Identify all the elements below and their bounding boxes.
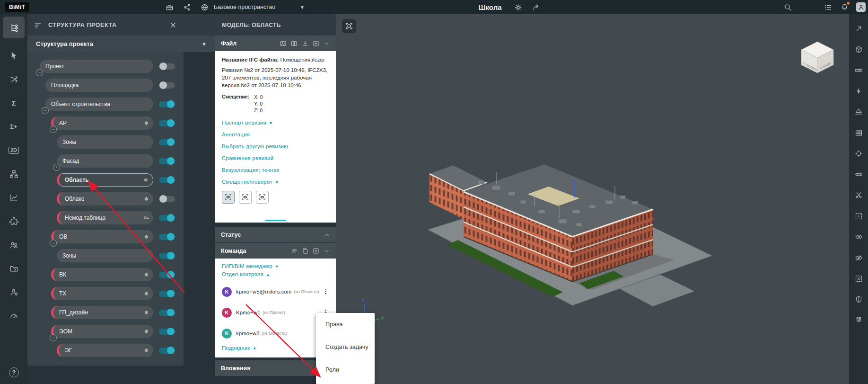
contractor-link[interactable]: Подрядчик▾	[222, 345, 329, 351]
tree-item[interactable]: ВК❄	[51, 268, 153, 281]
file-section-bar[interactable]: Файл	[215, 36, 336, 51]
tree-item[interactable]: ›Фасад	[57, 154, 153, 168]
file-link[interactable]: Аннотация	[222, 132, 329, 137]
person-location-icon[interactable]	[0, 280, 27, 304]
context-menu-item[interactable]: Права	[316, 313, 375, 336]
collapse-node-icon[interactable]: ›	[50, 240, 57, 247]
collapse-node-icon[interactable]: ›	[42, 107, 49, 114]
visibility-toggle[interactable]	[159, 272, 175, 278]
clip-icon[interactable]	[849, 185, 868, 205]
collapse-node-icon[interactable]: ›	[36, 69, 43, 76]
links-icon[interactable]	[0, 67, 27, 91]
visibility-toggle[interactable]	[159, 63, 175, 70]
eye-off-icon[interactable]	[849, 247, 868, 268]
tree-item[interactable]: Область❄	[57, 173, 153, 187]
cube-view-icon[interactable]	[849, 39, 868, 60]
tree-item[interactable]: Зоны	[57, 135, 153, 149]
globe-icon[interactable]	[200, 2, 209, 12]
context-menu-item[interactable]: Создать задачу	[316, 336, 375, 358]
scroll-indicator[interactable]	[265, 220, 286, 221]
gear-icon[interactable]	[513, 2, 523, 12]
frame-x-icon[interactable]	[849, 268, 868, 289]
file-link[interactable]: Смещение/поворот▾	[222, 179, 329, 185]
bell-icon[interactable]	[840, 2, 849, 12]
shield-icon[interactable]	[849, 289, 868, 310]
context-menu-item[interactable]: Роли	[316, 358, 375, 381]
visibility-toggle[interactable]	[159, 82, 175, 89]
panel-menu-icon[interactable]	[34, 21, 42, 29]
org-chart-icon[interactable]	[0, 162, 27, 186]
collapse-node-icon[interactable]: ›	[50, 126, 57, 133]
add-square-icon[interactable]	[312, 247, 319, 254]
network-icon[interactable]	[182, 2, 192, 12]
visibility-toggle[interactable]	[159, 139, 175, 145]
magnet-icon[interactable]	[849, 310, 868, 330]
orbit-icon[interactable]	[849, 164, 868, 185]
visibility-toggle[interactable]	[159, 234, 175, 240]
plugin-icon[interactable]	[0, 209, 27, 233]
visibility-toggle[interactable]	[159, 253, 175, 259]
2d-view-icon[interactable]: 2D	[0, 138, 27, 162]
close-icon[interactable]	[168, 20, 178, 30]
tree-item[interactable]: ›АР❄	[51, 116, 153, 130]
role-link[interactable]: Отдел контроля▴	[222, 271, 329, 277]
grid-icon[interactable]	[849, 122, 868, 143]
gauge-icon[interactable]	[0, 304, 27, 328]
sum-icon[interactable]: Σ	[0, 91, 27, 115]
view-cube[interactable]: Справа Сзади	[798, 40, 836, 74]
share-icon[interactable]	[531, 2, 541, 12]
box-select-icon[interactable]	[849, 205, 868, 226]
tree-item[interactable]: ТХ❄	[51, 287, 153, 300]
tree-item[interactable]: ›ОВ❄	[51, 230, 153, 243]
file-link[interactable]: Выбрать другую ревизию	[222, 143, 329, 149]
structure-tree-tool-active[interactable]	[3, 17, 25, 38]
tree-item[interactable]: ›Объект строительства	[45, 98, 153, 111]
expand-node-icon[interactable]: ›	[53, 164, 60, 171]
ruler-icon[interactable]	[849, 60, 868, 80]
team-icon[interactable]	[0, 233, 27, 257]
chevron-down-icon[interactable]	[323, 247, 330, 254]
image-icon[interactable]	[280, 40, 287, 47]
visibility-toggle[interactable]	[159, 120, 175, 126]
compare-icon[interactable]	[290, 40, 298, 47]
visibility-toggle[interactable]	[159, 196, 175, 202]
tree-item[interactable]: ›Проект	[40, 60, 153, 73]
help-button[interactable]: ?	[9, 367, 19, 377]
tree-item[interactable]: Площадка	[45, 79, 153, 92]
status-section-bar[interactable]: Статус	[215, 227, 336, 242]
copy-icon[interactable]	[301, 247, 308, 254]
member-menu-button[interactable]: ⋮	[322, 287, 329, 296]
visibility-toggle[interactable]	[159, 158, 175, 164]
workspace-selector[interactable]: Базовое пространство ▼	[214, 4, 305, 10]
visualization-mode-button[interactable]	[239, 191, 252, 204]
tree-item[interactable]: ГП_дизайн❄	[51, 306, 153, 319]
select-node-icon[interactable]	[0, 44, 27, 67]
chevron-down-icon[interactable]	[323, 40, 330, 47]
tree-item[interactable]: ЭГ❄	[57, 344, 153, 357]
user-icon[interactable]	[856, 2, 866, 12]
tree-item[interactable]: Зоны	[57, 249, 153, 262]
file-link[interactable]: Паспорт ревизии▾	[222, 120, 329, 125]
collapse-node-icon[interactable]: ›	[50, 334, 57, 341]
visualization-mode-button[interactable]	[222, 191, 235, 204]
navigate-icon[interactable]	[849, 18, 868, 39]
search-icon[interactable]	[783, 2, 792, 12]
focus-model-button[interactable]	[342, 19, 356, 33]
task-list-icon[interactable]	[823, 2, 833, 12]
line-chart-icon[interactable]	[0, 186, 27, 209]
add-square-icon[interactable]	[312, 40, 319, 47]
visibility-toggle[interactable]	[159, 101, 175, 107]
viewport-3d[interactable]: Справа Сзади Z Y	[336, 14, 849, 384]
tree-item[interactable]: Облако❄	[57, 192, 153, 205]
toolbox-icon[interactable]	[165, 2, 174, 12]
chevron-up-icon[interactable]	[323, 231, 330, 238]
folder-share-icon[interactable]	[0, 257, 27, 280]
locate-icon[interactable]	[849, 143, 868, 164]
visibility-toggle[interactable]	[159, 291, 175, 297]
visibility-toggle[interactable]	[159, 177, 175, 183]
visibility-toggle[interactable]	[159, 215, 175, 221]
download-icon[interactable]	[301, 40, 308, 47]
visualization-mode-button[interactable]	[256, 191, 269, 204]
structure-selector[interactable]: Структура проекта ▼	[27, 36, 215, 52]
eye-icon[interactable]	[849, 226, 868, 247]
